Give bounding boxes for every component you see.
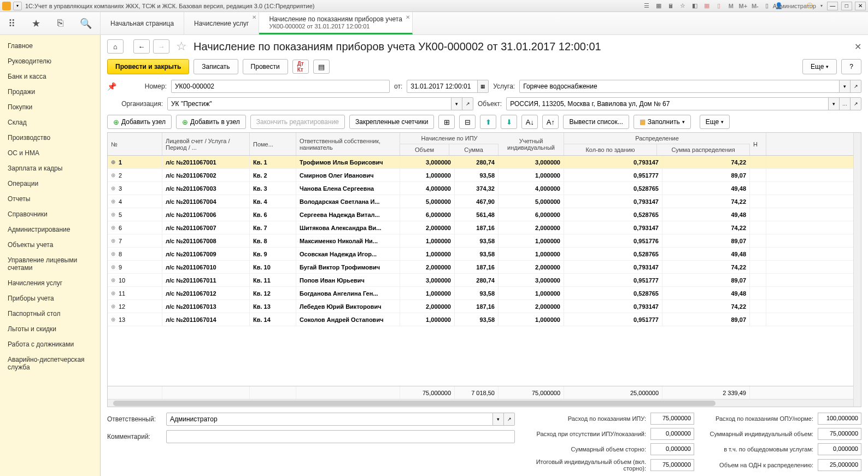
tab-services[interactable]: Начисление услуг✕ [184,12,259,34]
apps-icon[interactable]: ⠿ [8,17,15,30]
bookmark-icon[interactable]: ☆ [176,39,187,54]
close-page-button[interactable]: ✕ [854,42,861,52]
sidebar-item[interactable]: Производство [0,130,100,145]
col-account[interactable]: Лицевой счет / Услуга / Период / ... [162,133,250,155]
sidebar-item[interactable]: Начисления услуг [0,275,100,291]
maximize-button[interactable]: □ [841,2,852,10]
sidebar-item[interactable]: Паспортный стол [0,306,100,321]
search-icon[interactable]: 🔍 [80,17,92,30]
ellipsis-icon[interactable]: … [840,97,851,110]
number-field[interactable] [171,80,390,93]
expand-icon[interactable]: ⊕ [111,238,115,244]
save-button[interactable]: Записать [193,59,238,74]
chevron-down-icon[interactable]: ▾ [451,97,462,110]
close-icon[interactable]: ✕ [252,14,256,20]
open-icon[interactable]: ↗ [851,97,861,110]
sidebar-item[interactable]: Склад [0,115,100,130]
table-row[interactable]: ⊕4л/с №2011067004Кв. 4Володарская Светла… [108,195,861,208]
sidebar-item[interactable]: Льготы и скидки [0,321,100,337]
sidebar-item[interactable]: Отчеты [0,191,100,207]
move-up-button[interactable]: ⬆ [480,115,496,129]
tb-icon-8[interactable]: ▯ [763,2,771,10]
sidebar-item[interactable]: Продажи [0,84,100,99]
table-row[interactable]: ⊕9л/с №2011067010Кв. 10Бугай Виктор Троф… [108,261,861,274]
tb-icon-7[interactable]: ▯ [714,2,723,10]
col-owner[interactable]: Ответственный собственник, наниматель [296,133,400,155]
sort-desc-button[interactable]: A↑ [542,115,559,129]
info-dd[interactable]: ▾ [817,2,826,10]
open-icon[interactable]: ↗ [851,80,861,93]
comment-field[interactable] [166,430,515,443]
sidebar-item[interactable]: Аварийно-диспетчерская служба [0,352,100,375]
grid-body[interactable]: ⊕1л/с №2011067001Кв. 1Трофимов Илья Бори… [108,156,861,386]
sidebar-item[interactable]: Администрирование [0,222,100,237]
user-label[interactable]: Администратор [790,2,799,10]
calendar-icon[interactable]: ▦ [478,80,489,93]
col-no[interactable]: № [108,133,162,155]
col-uchet[interactable]: Учетный индивидуальный [498,133,564,155]
expand-icon[interactable]: ⊕ [111,211,115,218]
tb-m-minus[interactable]: M- [750,2,759,10]
tab-meter-charges[interactable]: Начисление по показаниям приборов учета … [259,12,412,34]
close-icon[interactable]: ✕ [406,14,410,20]
sidebar-item[interactable]: Приборы учета [0,291,100,306]
sidebar-item[interactable]: ОС и НМА [0,145,100,161]
end-edit-button[interactable]: Закончить редактирование [250,115,345,129]
service-field[interactable] [519,80,840,93]
expand-icon[interactable]: ⊕ [111,303,115,309]
add-node-button[interactable]: ⊕Добавить узел [107,115,172,129]
sidebar-item[interactable]: Операции [0,176,100,191]
back-button[interactable]: ← [133,39,150,54]
expand-icon[interactable]: ⊕ [111,159,115,165]
table-row[interactable]: ⊕11л/с №2011067012Кв. 12Богданова Ангели… [108,287,861,300]
org-field[interactable] [167,97,451,110]
tree-collapse-button[interactable]: ⊟ [459,115,476,129]
table-row[interactable]: ⊕2л/с №2011067002Кв. 2Смирнов Олег Ивано… [108,169,861,182]
expand-icon[interactable]: ⊕ [111,172,115,178]
add-in-node-button[interactable]: ⊕Добавить в узел [176,115,246,129]
expand-icon[interactable]: ⊕ [111,277,115,283]
col-dist-group[interactable]: Распределение [564,133,750,144]
col-sum[interactable]: Сумма [449,144,498,155]
col-volume[interactable]: Объем [400,144,449,155]
tb-m-plus[interactable]: M+ [738,2,747,10]
table-row[interactable]: ⊕12л/с №2011067013Кв. 13Лебедев Юрий Вик… [108,300,861,313]
expand-icon[interactable]: ⊕ [111,264,115,270]
chevron-down-icon[interactable]: ▾ [829,97,840,110]
expand-icon[interactable]: ⊕ [111,316,115,322]
favorite-icon[interactable]: ★ [32,17,40,30]
open-icon[interactable]: ↗ [462,97,473,110]
sidebar-item[interactable]: Покупки [0,99,100,115]
responsible-field[interactable] [166,413,493,426]
sidebar-item[interactable]: Руководителю [0,54,100,69]
tb-icon-calendar[interactable]: ▦ [702,2,711,10]
expand-icon[interactable]: ⊕ [111,185,115,191]
col-room[interactable]: Поме... [250,133,296,155]
chevron-down-icon[interactable]: ▾ [493,413,504,426]
dt-icon-button[interactable]: ДтКт [292,60,309,74]
sidebar-item[interactable]: Справочники [0,207,100,222]
tb-icon-2[interactable]: ▦ [654,2,663,10]
minimize-button[interactable]: — [827,2,838,10]
info-icon[interactable]: ⓘ [805,2,814,10]
expand-icon[interactable]: ⊕ [111,251,115,257]
tb-icon-1[interactable]: ☰ [642,2,651,10]
date-field[interactable] [407,80,478,93]
sidebar-item[interactable]: Объекты учета [0,237,100,252]
table-row[interactable]: ⊕5л/с №2011067006Кв. 6Сергеева Надежда В… [108,208,861,221]
forward-button[interactable]: → [153,39,169,54]
run-button[interactable]: Провести [243,59,288,74]
more-button[interactable]: Еще [802,59,837,74]
table-row[interactable]: ⊕10л/с №2011067011Кв. 11Попов Иван Юрьев… [108,274,861,287]
fill-button[interactable]: ▦Заполнить [634,115,691,129]
move-down-button[interactable]: ⬇ [501,115,517,129]
tb-icon-5[interactable]: ◧ [690,2,699,10]
tb-icon-star[interactable]: ☆ [678,2,687,10]
report-icon-button[interactable]: ▤ [313,60,330,74]
sidebar-item[interactable]: Зарплата и кадры [0,161,100,176]
tab-home[interactable]: Начальная страница [101,12,184,34]
close-button[interactable]: ✕ [855,2,866,10]
col-h[interactable]: Н [750,133,766,155]
home-button[interactable]: ⌂ [107,39,124,54]
col-sumr[interactable]: Сумма распределения [657,144,750,155]
